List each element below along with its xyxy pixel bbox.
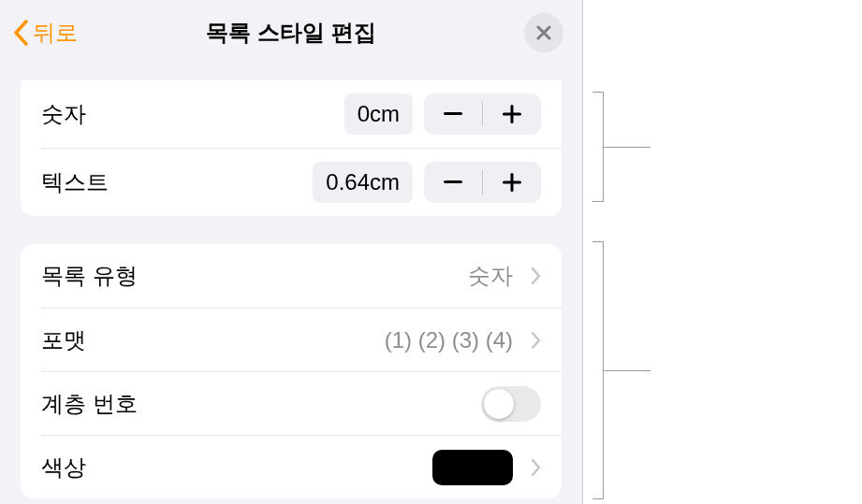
toggle-knob: [484, 389, 514, 419]
back-label: 뒤로: [33, 18, 78, 48]
number-indent-value[interactable]: 0cm: [344, 94, 413, 135]
tiered-numbers-toggle[interactable]: [481, 386, 541, 422]
list-type-row[interactable]: 목록 유형 숫자: [21, 244, 562, 308]
chevron-left-icon: [13, 20, 29, 46]
text-indent-controls: 0.64cm: [313, 162, 541, 203]
color-swatch: [432, 450, 513, 485]
chevron-right-icon: [532, 267, 541, 284]
number-indent-controls: 0cm: [344, 94, 541, 135]
plus-icon: [503, 173, 521, 192]
callout-line-1: [604, 147, 650, 148]
list-type-value: 숫자: [468, 261, 513, 291]
svg-rect-0: [444, 112, 462, 115]
chevron-right-icon: [532, 332, 541, 349]
indent-section: 숫자 0cm 텍스트 0.64cm: [21, 80, 562, 216]
tiered-numbers-label: 계층 번호: [41, 389, 138, 419]
callout-line-2: [604, 370, 650, 371]
plus-icon: [503, 105, 521, 123]
color-right: [432, 450, 541, 485]
tiered-numbers-right: [481, 386, 541, 422]
list-options-section: 목록 유형 숫자 포맷 (1) (2) (3) (4) 계층 번호: [21, 244, 562, 498]
minus-icon: [444, 112, 462, 116]
format-right: (1) (2) (3) (4): [385, 327, 541, 353]
svg-rect-5: [511, 173, 514, 192]
close-button[interactable]: [524, 13, 563, 52]
number-indent-row: 숫자 0cm: [21, 80, 562, 148]
list-type-right: 숫자: [468, 261, 541, 291]
svg-rect-2: [511, 105, 514, 123]
number-indent-label: 숫자: [41, 99, 86, 129]
text-indent-label: 텍스트: [41, 167, 109, 197]
panel-title: 목록 스타일 편집: [206, 18, 375, 48]
chevron-right-icon: [532, 459, 541, 476]
format-label: 포맷: [41, 325, 86, 355]
number-indent-decrease-button[interactable]: [424, 94, 482, 135]
panel-header: 뒤로 목록 스타일 편집: [0, 0, 582, 69]
format-value: (1) (2) (3) (4): [385, 327, 513, 353]
color-label: 색상: [41, 453, 86, 482]
svg-rect-3: [444, 180, 462, 183]
callout-bracket-1: [592, 92, 604, 202]
color-row[interactable]: 색상: [41, 435, 562, 498]
number-indent-stepper: [424, 94, 541, 135]
back-button[interactable]: 뒤로: [13, 18, 78, 48]
callout-bracket-2: [592, 241, 604, 499]
format-row[interactable]: 포맷 (1) (2) (3) (4): [41, 308, 562, 371]
close-icon: [536, 25, 551, 40]
text-indent-decrease-button[interactable]: [424, 162, 482, 203]
minus-icon: [444, 180, 462, 184]
text-indent-stepper: [424, 162, 541, 203]
text-indent-value[interactable]: 0.64cm: [313, 162, 413, 203]
tiered-numbers-row: 계층 번호: [41, 371, 562, 435]
list-type-label: 목록 유형: [41, 261, 138, 291]
text-indent-row: 텍스트 0.64cm: [41, 148, 562, 216]
number-indent-increase-button[interactable]: [483, 94, 541, 135]
text-indent-increase-button[interactable]: [483, 162, 541, 203]
edit-list-style-panel: 뒤로 목록 스타일 편집 숫자 0cm: [0, 0, 583, 504]
